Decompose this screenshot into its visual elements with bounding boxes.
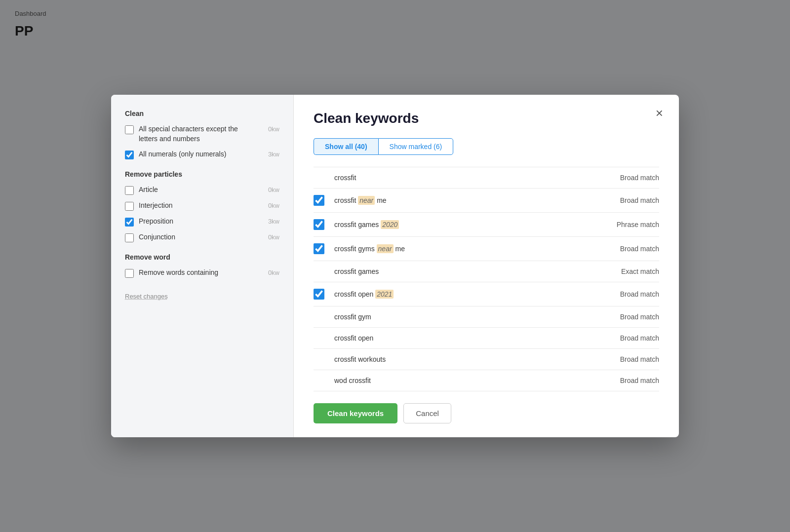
keyword-text: crossfit workouts xyxy=(334,355,585,363)
option-remove-words: Remove words containing 0kw xyxy=(125,268,279,278)
keyword-match: Phrase match xyxy=(595,221,659,228)
numerals-checkbox[interactable] xyxy=(125,151,134,159)
special-chars-count: 0kw xyxy=(263,125,279,133)
article-checkbox[interactable] xyxy=(125,186,134,195)
conjunction-checkbox[interactable] xyxy=(125,233,134,242)
tab-row: Show all (40) Show marked (6) xyxy=(314,138,659,155)
right-panel: × Clean keywords Show all (40) Show mark… xyxy=(294,95,679,437)
keyword-text: crossfit open xyxy=(334,334,585,342)
keyword-row: wod crossfit Broad match xyxy=(314,370,659,391)
keyword-match: Broad match xyxy=(595,174,659,182)
keyword-row: crossfit open Broad match xyxy=(314,328,659,349)
remove-words-label: Remove words containing xyxy=(139,268,258,278)
special-chars-checkbox[interactable] xyxy=(125,125,134,134)
preposition-label: Preposition xyxy=(139,217,258,227)
modal-overlay: Clean All special characters except the … xyxy=(0,0,790,532)
keyword-highlight: near xyxy=(358,196,375,205)
conjunction-label: Conjunction xyxy=(139,232,258,242)
clean-keywords-modal: Clean All special characters except the … xyxy=(111,95,679,437)
keyword-match: Broad match xyxy=(595,290,659,298)
article-count: 0kw xyxy=(263,186,279,193)
preposition-count: 3kw xyxy=(263,218,279,225)
keyword-text: crossfit games 2020 xyxy=(334,221,585,228)
section-word-title: Remove word xyxy=(125,253,279,261)
article-label: Article xyxy=(139,185,258,195)
reset-changes-link[interactable]: Reset changes xyxy=(125,293,168,300)
interjection-checkbox[interactable] xyxy=(125,202,134,211)
option-preposition: Preposition 3kw xyxy=(125,217,279,227)
close-button[interactable]: × xyxy=(652,105,667,121)
keyword-highlight: 2020 xyxy=(381,220,399,229)
option-interjection: Interjection 0kw xyxy=(125,201,279,211)
keyword-match: Broad match xyxy=(595,245,659,253)
conjunction-count: 0kw xyxy=(263,233,279,241)
keywords-list: crossfit Broad match crossfit near me Br… xyxy=(314,167,659,391)
option-conjunction: Conjunction 0kw xyxy=(125,232,279,242)
keyword-text: crossfit near me xyxy=(334,196,585,204)
preposition-checkbox[interactable] xyxy=(125,218,134,227)
clean-keywords-button[interactable]: Clean keywords xyxy=(314,403,397,423)
left-panel: Clean All special characters except the … xyxy=(111,95,294,437)
keyword-row: crossfit gyms near me Broad match xyxy=(314,237,659,261)
option-special-chars: All special characters except the letter… xyxy=(125,124,279,144)
interjection-label: Interjection xyxy=(139,201,258,211)
keyword-row: crossfit Broad match xyxy=(314,167,659,189)
keyword-row: crossfit gym Broad match xyxy=(314,306,659,328)
numerals-label: All numerals (only numerals) xyxy=(139,150,258,159)
tab-show-marked[interactable]: Show marked (6) xyxy=(378,138,454,155)
remove-words-checkbox[interactable] xyxy=(125,269,134,278)
keyword-checkbox[interactable] xyxy=(314,243,324,254)
keyword-row: crossfit games 2020 Phrase match xyxy=(314,213,659,237)
keyword-highlight: near xyxy=(377,244,394,253)
keyword-match: Broad match xyxy=(595,313,659,321)
remove-words-count: 0kw xyxy=(263,269,279,276)
cancel-button[interactable]: Cancel xyxy=(403,403,451,423)
numerals-count: 3kw xyxy=(263,151,279,158)
keyword-row: crossfit open 2021 Broad match xyxy=(314,282,659,306)
special-chars-label: All special characters except the letter… xyxy=(139,124,258,144)
modal-footer: Clean keywords Cancel xyxy=(314,403,659,423)
keyword-match: Broad match xyxy=(595,196,659,204)
keyword-checkbox[interactable] xyxy=(314,195,324,206)
keyword-row: crossfit games Exact match xyxy=(314,261,659,282)
keyword-row: crossfit near me Broad match xyxy=(314,189,659,213)
keyword-text: crossfit gyms near me xyxy=(334,245,585,253)
keyword-text: wod crossfit xyxy=(334,377,585,384)
tab-show-all[interactable]: Show all (40) xyxy=(314,138,378,155)
keyword-text: crossfit open 2021 xyxy=(334,290,585,298)
keyword-row: crossfit workouts Broad match xyxy=(314,349,659,370)
keyword-match: Broad match xyxy=(595,377,659,384)
keyword-match: Broad match xyxy=(595,334,659,342)
keyword-highlight: 2021 xyxy=(375,290,394,299)
keyword-checkbox[interactable] xyxy=(314,219,324,230)
option-numerals: All numerals (only numerals) 3kw xyxy=(125,150,279,159)
keyword-checkbox[interactable] xyxy=(314,289,324,300)
section-particles-title: Remove particles xyxy=(125,170,279,178)
section-clean-title: Clean xyxy=(125,110,279,117)
option-article: Article 0kw xyxy=(125,185,279,195)
keyword-text: crossfit gym xyxy=(334,313,585,321)
interjection-count: 0kw xyxy=(263,202,279,209)
keyword-match: Broad match xyxy=(595,355,659,363)
keyword-match: Exact match xyxy=(595,267,659,275)
keyword-text: crossfit games xyxy=(334,267,585,275)
keyword-text: crossfit xyxy=(334,174,585,182)
modal-title: Clean keywords xyxy=(314,111,659,126)
